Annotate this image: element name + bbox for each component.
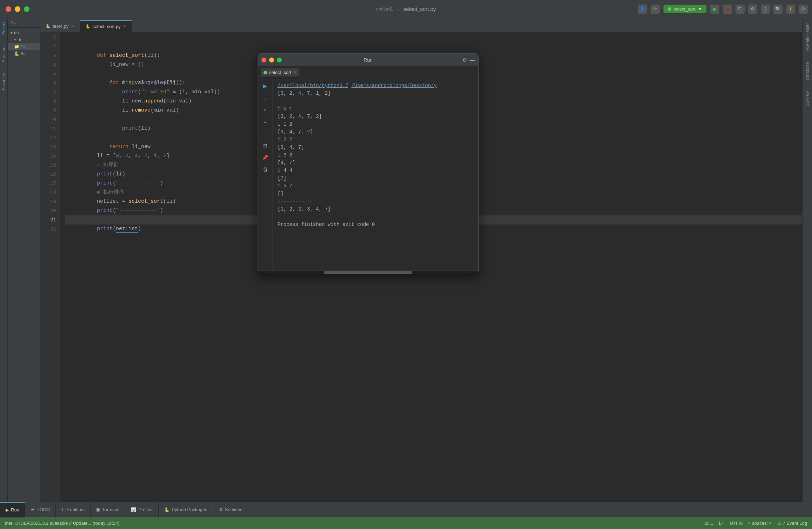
sidebar-item-project[interactable]: Project — [1, 22, 6, 35]
settings-button[interactable]: ⚙ — [799, 5, 808, 14]
titlebar-filename: select_sort.py — [404, 6, 436, 12]
bottom-tab-run[interactable]: ▶ Run — [0, 502, 25, 517]
tab-test4[interactable]: 🐍 test4.py ✕ — [40, 20, 80, 32]
tab-close-2[interactable]: ✕ — [123, 24, 126, 29]
tree-subitem-label: ur — [18, 37, 21, 42]
coverage-button[interactable]: 🛡 — [736, 5, 745, 14]
indent-info[interactable]: 4 spaces: 4 — [748, 521, 772, 526]
run-panel-right-actions[interactable]: ⚙ — — [462, 57, 475, 63]
right-sidebar: MyPats Helper Database SciView — [802, 18, 812, 502]
minimize-button[interactable] — [15, 6, 20, 12]
gutter-22: 22 — [40, 225, 56, 234]
folder-icon-2: 📁 — [14, 44, 19, 49]
cursor-position[interactable]: 20:1 — [704, 521, 713, 526]
debug-button[interactable]: 🐞 — [723, 5, 732, 14]
run-output-command: /usr/local/bin/python3.7 /Users/androidl… — [278, 82, 473, 89]
editor-area: 🐍 test4.py ✕ 🐍 select_sort.py ✕ ⚠ 2 ▲ ▼ … — [40, 18, 802, 502]
status-bar-right: 20:1 LF UTF-8 4 spaces: 4 ⚠ 7 Event Log — [704, 521, 807, 526]
gutter-19: 19 — [40, 197, 56, 206]
tree-item-root[interactable]: ▾ un — [8, 29, 40, 36]
run-rerun-button[interactable]: ↓ — [260, 93, 270, 103]
run-panel-controls[interactable] — [261, 58, 282, 62]
gutter-blank-1: 1 — [40, 33, 56, 42]
run-config-label: select_sort — [673, 6, 695, 12]
maximize-button[interactable] — [24, 6, 29, 12]
gutter-3: 3 — [40, 51, 56, 60]
run-close-icon[interactable]: — — [470, 57, 475, 63]
run-tab-select-sort[interactable]: select_sort ✕ — [261, 68, 299, 76]
more-run-button[interactable]: ⋮ — [761, 5, 770, 14]
bottom-tab-python-packages[interactable]: 🐍 Python Packages — [159, 502, 213, 517]
tab-close-1[interactable]: ✕ — [71, 24, 74, 28]
right-sidebar-sciview[interactable]: SciView — [804, 89, 811, 108]
bottom-tab-terminal[interactable]: ▣ Terminal — [91, 502, 125, 517]
bottom-panel: ▶ Run ☰ TODO ℹ Problems ▣ Terminal 📊 Pro… — [0, 502, 812, 517]
user-icon[interactable]: 👤 — [638, 5, 647, 14]
run-settings-icon[interactable]: ⚙ — [462, 57, 467, 63]
run-panel-maximize[interactable] — [277, 58, 282, 62]
file-icon: 🐍 — [14, 51, 19, 56]
git-icon[interactable]: ⟳ — [651, 5, 660, 14]
run-sidebar: ▶ ↓ ■ ≡ ↕ ⊟ 📌 🗑 — [258, 79, 273, 270]
gutter-11: 11 — [40, 124, 56, 133]
output-blank — [278, 213, 473, 221]
python-path-link[interactable]: /usr/local/bin/python3.7 — [278, 83, 348, 88]
tree-item-sc[interactable]: 🐍 Sc — [8, 50, 40, 57]
window-controls[interactable] — [6, 6, 29, 12]
update-button[interactable]: ⬆ — [786, 5, 795, 14]
gutter-20: 20 — [40, 206, 56, 215]
tab-label-2: select_sort.py — [93, 24, 121, 29]
tree-item-selected[interactable]: 📁 Ex — [8, 43, 40, 50]
output-line-10: [4, 7] — [278, 159, 473, 167]
project-tree: ▾ un ▾ ur 📁 Ex 🐍 Sc — [8, 28, 40, 59]
tree-item-expanded[interactable]: ▾ ur — [8, 36, 40, 43]
run-tab-text: Run — [11, 507, 19, 513]
bottom-tab-problems[interactable]: ℹ Problems — [56, 502, 91, 517]
tab-bar: 🐍 test4.py ✕ 🐍 select_sort.py ✕ — [40, 18, 802, 32]
run-filter-button[interactable]: ≡ — [260, 117, 270, 127]
project-header[interactable]: P... — [8, 18, 40, 28]
sidebar-item-favorites[interactable]: Favorites — [1, 73, 6, 90]
run-trash-button[interactable]: 🗑 — [260, 165, 270, 174]
tab-select-sort[interactable]: 🐍 select_sort.py ✕ — [80, 20, 132, 32]
output-line-12: [7] — [278, 174, 473, 182]
idea-update-notice[interactable]: IntelliJ IDEA 2021.3.1 available // Upda… — [5, 521, 120, 526]
profiler-tab-text: Profiler — [138, 507, 153, 512]
profiler-tab-icon: 📊 — [131, 507, 136, 512]
run-button[interactable]: ▶ — [710, 5, 719, 14]
run-panel-minimize[interactable] — [269, 58, 274, 62]
bottom-tab-services[interactable]: ⚙ Services — [213, 502, 248, 517]
tree-item-label: un — [14, 30, 19, 35]
sidebar-item-structure[interactable]: Structure — [1, 45, 6, 62]
event-log-count[interactable]: ⚠ 7 Event Log — [777, 521, 807, 526]
gutter-18: 18 — [40, 188, 56, 197]
run-split-button[interactable]: ⊟ — [260, 141, 270, 150]
run-wrap-button[interactable]: ↕ — [260, 129, 270, 139]
gutter-13: 13 — [40, 142, 56, 152]
services-tab-icon: ⚙ — [219, 507, 223, 512]
run-tab-indicator — [264, 71, 267, 74]
right-sidebar-mypats[interactable]: MyPats Helper — [804, 21, 811, 53]
output-line-7: i 2 2 — [278, 136, 473, 143]
run-scrollbar[interactable] — [258, 270, 478, 274]
right-sidebar-database[interactable]: Database — [804, 60, 811, 82]
line-ending[interactable]: LF — [719, 521, 724, 526]
profile-button[interactable]: ⚙ — [748, 5, 757, 14]
output-line-6: [3, 4, 7, 2] — [278, 128, 473, 136]
run-stop-button[interactable]: ■ — [260, 105, 270, 115]
output-line-5: i 1 2 — [278, 120, 473, 128]
bottom-tab-profiler[interactable]: 📊 Profiler — [125, 502, 159, 517]
run-pin-button[interactable]: 📌 — [260, 153, 270, 162]
close-button[interactable] — [6, 6, 11, 12]
search-everywhere-button[interactable]: 🔍 — [773, 5, 783, 14]
script-path-link[interactable]: /Users/androidlongs/Desktop/y — [351, 83, 437, 88]
run-tab-close[interactable]: ✕ — [293, 70, 297, 75]
line-numbers: 1 2 3 4 5 6 7 8 9 10 11 12 13 14 15 16 1… — [40, 32, 60, 502]
output-line-1: [3, 2, 4, 7, 1, 2] — [278, 89, 473, 97]
run-scrollbar-thumb[interactable] — [324, 271, 412, 274]
run-panel-close[interactable] — [261, 58, 266, 62]
bottom-tab-todo[interactable]: ☰ TODO — [25, 502, 56, 517]
run-play-button[interactable]: ▶ — [260, 81, 270, 91]
run-config-button[interactable]: select_sort ▼ — [663, 5, 707, 13]
encoding[interactable]: UTF-8 — [730, 521, 743, 526]
